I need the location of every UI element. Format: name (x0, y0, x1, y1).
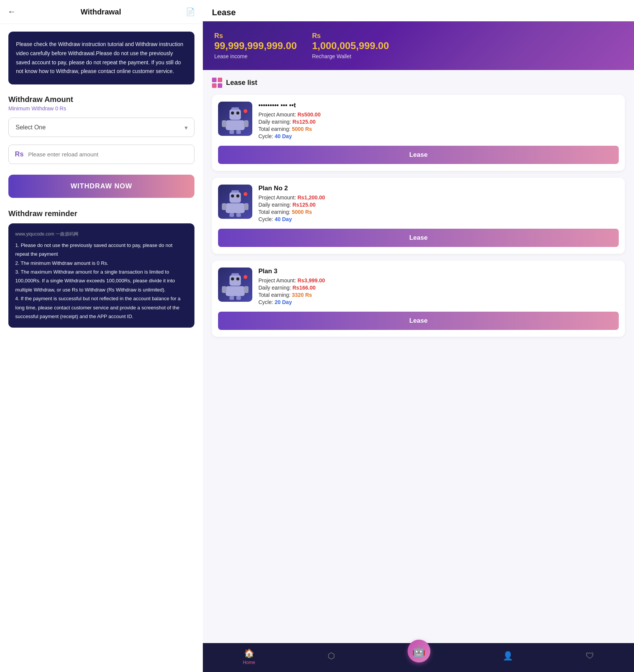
page-title: Withdrawal (81, 8, 121, 16)
left-content: Please check the Withdraw instruction tu… (0, 24, 203, 672)
lease-cycle-1: Cycle: 40 Day (258, 133, 619, 139)
svg-rect-25 (222, 286, 226, 293)
svg-rect-20 (229, 275, 241, 286)
nav-center-button[interactable]: 🤖 (408, 640, 430, 662)
withdraw-amount-title: Withdraw Amount (8, 95, 194, 104)
lease-plan-name-2: Plan No 2 (258, 185, 619, 192)
svg-rect-8 (236, 130, 241, 134)
nav-explore[interactable]: ⬡ (328, 651, 335, 662)
svg-rect-13 (231, 190, 239, 193)
withdraw-now-button[interactable]: WITHDRAW NOW (8, 175, 194, 198)
svg-rect-3 (231, 107, 239, 110)
withdraw-select[interactable]: Select One (8, 118, 194, 137)
lease-plan-name-3: Plan 3 (258, 268, 619, 275)
document-icon[interactable]: 📄 (186, 7, 195, 16)
shield-icon: 🛡 (586, 651, 594, 661)
lease-project-amount-2: Project Amount: Rs1,200.00 (258, 194, 619, 201)
lease-info-1: ••••••••• ••• ••t Project Amount: Rs500.… (258, 102, 619, 140)
lease-info-2: Plan No 2 Project Amount: Rs1,200.00 Dai… (258, 185, 619, 223)
lease-card-2-content: Plan No 2 Project Amount: Rs1,200.00 Dai… (218, 185, 619, 223)
lease-daily-earning-2: Daily earning: Rs125.00 (258, 202, 619, 208)
recharge-amount: 1,000,005,999.00 (312, 40, 389, 52)
nav-shield[interactable]: 🛡 (586, 651, 594, 662)
home-label: Home (243, 660, 255, 665)
lease-card-2: Plan No 2 Project Amount: Rs1,200.00 Dai… (212, 178, 625, 254)
svg-point-19 (244, 192, 247, 196)
header: ← Withdrawal 📄 (0, 0, 203, 24)
lease-cycle-2: Cycle: 40 Day (258, 216, 619, 222)
svg-rect-0 (229, 109, 241, 120)
svg-point-29 (244, 275, 247, 279)
right-panel: Lease Rs 99,999,999,999.00 Lease income … (203, 0, 634, 672)
lease-total-earning-2: Total earning: 5000 Rs (258, 209, 619, 215)
svg-rect-26 (244, 286, 249, 293)
recharge-wallet-item: Rs 1,000,005,999.00 Recharge Wallet (312, 32, 389, 59)
reminder-point-4: 4. If the payment is successful but not … (15, 294, 188, 321)
lease-card-1-content: ••••••••• ••• ••t Project Amount: Rs500.… (218, 102, 619, 140)
home-icon: 🏠 (244, 648, 254, 658)
recharge-label: Recharge Wallet (312, 53, 389, 59)
lease-cycle-3: Cycle: 20 Day (258, 299, 619, 305)
svg-rect-28 (236, 296, 241, 300)
svg-point-12 (236, 194, 239, 197)
lease-button-3[interactable]: Lease (218, 312, 619, 330)
lease-button-2[interactable]: Lease (218, 229, 619, 247)
svg-point-9 (244, 109, 247, 113)
lease-income-amount: 99,999,999,999.00 (214, 40, 297, 52)
reminder-point-1: 1. Please do not use the previously save… (15, 241, 188, 259)
back-button[interactable]: ← (8, 7, 16, 17)
lease-daily-earning-1: Daily earning: Rs125.00 (258, 119, 619, 125)
lease-thumbnail-2 (218, 185, 252, 219)
balance-card: Rs 99,999,999,999.00 Lease income Rs 1,0… (203, 21, 634, 70)
bottom-nav: 🏠 Home ⬡ 🤖 👤 🛡 (203, 643, 634, 672)
reminder-title: Withdraw reminder (8, 209, 194, 218)
svg-rect-4 (226, 120, 245, 130)
lease-income-item: Rs 99,999,999,999.00 Lease income (214, 32, 297, 59)
svg-rect-16 (244, 203, 249, 210)
minimum-withdraw-subtitle: Minimum Withdraw 0 Rs (8, 105, 194, 111)
lease-income-label: Lease income (214, 53, 297, 59)
amount-prefix: Rs (15, 150, 24, 158)
lease-card-3-content: Plan 3 Project Amount: Rs3,999.00 Daily … (218, 268, 619, 306)
profile-icon: 👤 (503, 651, 513, 661)
svg-rect-27 (229, 296, 234, 300)
lease-total-earning-3: Total earning: 3320 Rs (258, 292, 619, 298)
lease-card-1: ••••••••• ••• ••t Project Amount: Rs500.… (212, 95, 625, 171)
amount-input[interactable] (28, 151, 188, 158)
lease-thumbnail-1 (218, 102, 252, 136)
svg-point-2 (236, 111, 239, 115)
svg-rect-7 (229, 130, 234, 134)
amount-input-box: Rs (8, 145, 194, 164)
lease-list-header: Lease list (212, 78, 625, 88)
recharge-prefix: Rs (312, 32, 389, 40)
right-title: Lease (212, 8, 625, 18)
left-panel: ← Withdrawal 📄 Please check the Withdraw… (0, 0, 203, 672)
lease-list-icon (212, 78, 222, 88)
svg-rect-10 (229, 192, 241, 203)
lease-total-earning-1: Total earning: 5000 Rs (258, 126, 619, 132)
explore-icon: ⬡ (328, 651, 335, 661)
watermark-text: www.yiqucode.com 一曲源码网 (15, 230, 188, 239)
svg-point-22 (236, 277, 239, 280)
nav-home[interactable]: 🏠 Home (243, 648, 255, 665)
lease-plan-name-1: ••••••••• ••• ••t (258, 102, 619, 109)
svg-point-21 (231, 277, 234, 280)
reminder-box: www.yiqucode.com 一曲源码网 1. Please do not … (8, 223, 194, 328)
lease-thumbnail-3 (218, 268, 252, 302)
lease-list-title: Lease list (226, 79, 257, 87)
lease-project-amount-3: Project Amount: Rs3,999.00 (258, 277, 619, 283)
nav-profile[interactable]: 👤 (503, 651, 513, 662)
svg-point-1 (231, 111, 234, 115)
right-header: Lease (203, 0, 634, 21)
svg-rect-14 (226, 203, 245, 213)
svg-rect-24 (226, 286, 245, 296)
svg-rect-6 (244, 120, 249, 127)
svg-rect-5 (222, 120, 226, 127)
lease-project-amount-1: Project Amount: Rs500.00 (258, 111, 619, 118)
info-box: Please check the Withdraw instruction tu… (8, 32, 194, 84)
lease-daily-earning-3: Daily earning: Rs166.00 (258, 285, 619, 291)
svg-rect-23 (231, 273, 239, 275)
lease-button-1[interactable]: Lease (218, 146, 619, 164)
svg-point-11 (231, 194, 234, 197)
svg-rect-17 (229, 213, 234, 217)
